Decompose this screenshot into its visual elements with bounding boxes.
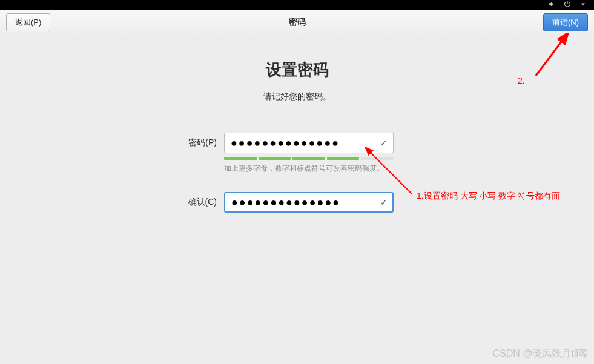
check-icon: ✓ xyxy=(380,138,388,148)
password-input[interactable] xyxy=(224,133,394,153)
content-area: 设置密码 请记好您的密码。 密码(P) ✓ 加上更多字母，数字和标点符号可改善密… xyxy=(0,35,594,213)
strength-hint: 加上更多字母，数字和标点符号可改善密码强度。 xyxy=(224,164,394,174)
page-title: 密码 xyxy=(289,17,306,28)
strength-segment xyxy=(224,157,257,160)
menu-icon[interactable] xyxy=(579,0,587,10)
volume-icon[interactable] xyxy=(548,0,555,10)
strength-segment xyxy=(361,157,394,160)
strength-segment xyxy=(292,157,325,160)
back-button[interactable]: 返回(P) xyxy=(6,13,50,31)
strength-segment xyxy=(259,157,291,160)
confirm-label: 确认(C) xyxy=(182,192,224,208)
main-heading: 设置密码 xyxy=(0,59,594,81)
password-label: 密码(P) xyxy=(182,133,224,148)
strength-meter xyxy=(224,157,394,160)
forward-button[interactable]: 前进(N) xyxy=(543,13,588,31)
confirm-row: 确认(C) ✓ xyxy=(0,192,594,213)
watermark-text: CSDN @晓风残月til客 xyxy=(492,348,588,360)
confirm-input[interactable] xyxy=(224,192,394,213)
system-top-bar xyxy=(0,0,594,10)
password-row: 密码(P) ✓ 加上更多字母，数字和标点符号可改善密码强度。 xyxy=(0,133,594,174)
check-icon: ✓ xyxy=(380,197,388,207)
power-icon[interactable] xyxy=(564,0,571,10)
subtitle-text: 请记好您的密码。 xyxy=(0,91,594,102)
header-bar: 返回(P) 密码 前进(N) xyxy=(0,10,594,35)
strength-segment xyxy=(327,157,360,160)
